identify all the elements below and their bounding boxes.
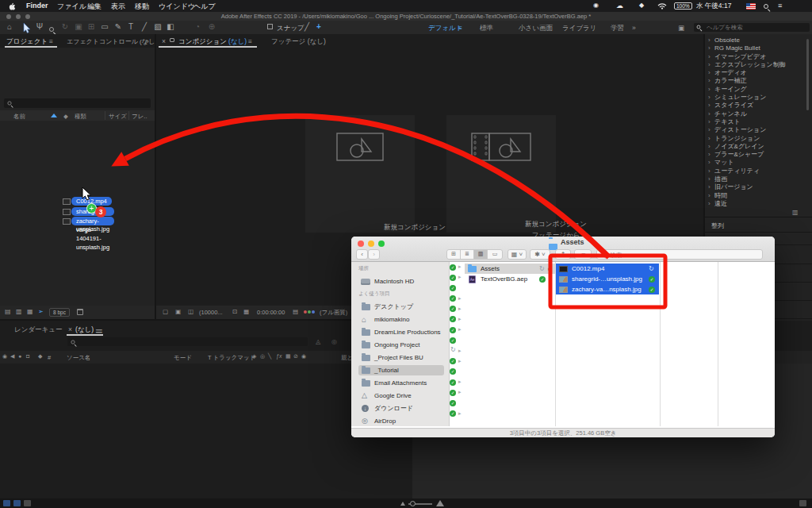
list-view-icon[interactable]: ≣ — [461, 250, 474, 259]
workspace-tab-standard[interactable]: 標準 — [480, 24, 493, 33]
forward-button[interactable]: › — [368, 249, 380, 260]
switch-quality-icon[interactable]: ╲ — [268, 353, 271, 360]
switch-3d-icon[interactable]: ⊘ — [293, 353, 298, 360]
zoom-window-button[interactable] — [378, 241, 385, 247]
sidebar-item-home[interactable]: ⌂mikiomakino — [358, 314, 444, 325]
effects-category[interactable]: 遠近 — [705, 200, 812, 208]
menu-item-finder[interactable]: Finder — [26, 2, 48, 10]
lock-icon[interactable]: ◘ — [26, 353, 29, 359]
effects-category[interactable]: 時間 — [705, 192, 812, 200]
solo-icon[interactable]: ● — [18, 353, 21, 359]
finder-item-assets-folder[interactable]: Assets ↻ ▸ — [465, 264, 555, 274]
zoom-in-mountain-icon[interactable] — [436, 500, 444, 506]
share-button[interactable]: ↥ — [555, 249, 571, 260]
new-composition-icon[interactable]: ▦ — [27, 308, 33, 315]
sidebar-item-google-drive[interactable]: △Google Drive — [358, 391, 444, 401]
effects-category[interactable]: イマーシブビデオ — [705, 53, 812, 61]
selection-tool-icon[interactable] — [21, 23, 32, 35]
timeline-options-icon[interactable] — [799, 500, 806, 506]
icon-view-icon[interactable]: ⊞ — [447, 250, 461, 259]
column-divider[interactable] — [718, 262, 718, 426]
rotate-tool-icon[interactable]: ↻ — [59, 22, 71, 31]
switch-motion-blur-icon[interactable]: ◈ — [252, 353, 256, 360]
channel-red-icon[interactable] — [304, 310, 307, 314]
timeline-zoom-slider-knob[interactable] — [410, 501, 416, 506]
close-tab-icon[interactable]: × — [162, 37, 166, 45]
workspace-tab-small-screen[interactable]: 小さい画面 — [519, 24, 553, 33]
region-of-interest-icon[interactable]: ◫ — [188, 308, 193, 315]
type-tool-icon[interactable]: T — [125, 22, 136, 31]
column-type[interactable]: 種類 — [75, 113, 86, 121]
workspace-tab-libraries[interactable]: ライブラリ — [562, 24, 597, 33]
workspace-tab-default[interactable]: デフォルト — [428, 24, 463, 33]
show-snapshot-icon[interactable]: ▣ — [175, 308, 181, 315]
pan-behind-tool-icon[interactable]: ⊞ — [86, 22, 97, 31]
new-composition-from-footage-button[interactable]: 新規コンポジション フッテージから — [446, 115, 556, 233]
channel-green-icon[interactable] — [308, 310, 311, 314]
workspace-tab-learn[interactable]: 学習 — [611, 24, 624, 33]
notification-center-icon[interactable]: ≡ — [778, 2, 782, 10]
snapshot-camera-icon[interactable]: ▤ — [293, 308, 298, 315]
sidebar-item-project-files-bu[interactable]: _Project Files BU — [358, 352, 444, 363]
switch-adjustment-icon[interactable]: ▦ — [285, 353, 291, 360]
screen-record-icon[interactable]: ◉ — [593, 2, 599, 9]
brush-tool-icon[interactable]: ╱ — [139, 22, 150, 31]
finder-item-aep-file[interactable]: Ae TextOverBG.aep ✓ — [465, 274, 555, 284]
gallery-view-icon[interactable]: ▭ — [488, 250, 502, 259]
workspace-overflow-chevron[interactable]: » — [632, 24, 636, 32]
column-frame[interactable]: フレ.. — [132, 113, 147, 121]
current-time-display[interactable]: 0:00:00:00 — [257, 309, 285, 316]
spotlight-icon[interactable] — [764, 2, 768, 10]
action-menu-button[interactable]: ✱ ˅ — [530, 249, 550, 260]
effects-category[interactable]: ユーティリティ — [705, 167, 812, 175]
menu-item-file[interactable]: ファイル — [57, 2, 86, 12]
new-folder-icon[interactable]: ▥ — [16, 308, 22, 315]
column-view-icon[interactable]: ▥ — [474, 250, 488, 259]
pen-tool-icon[interactable]: ✎ — [113, 22, 124, 31]
switch-effects-icon[interactable]: ƒx — [276, 353, 282, 359]
effects-category[interactable]: 描画 — [705, 175, 812, 183]
snap-checkbox[interactable] — [267, 24, 273, 29]
switch-frame-blend-icon[interactable]: ◎ — [260, 353, 265, 360]
finder-item-sharegrid-jpg[interactable]: sharegrid-…unsplash.jpg ✓ — [556, 274, 659, 284]
effects-category[interactable]: トランジション — [705, 135, 812, 143]
clone-stamp-tool-icon[interactable]: ▧ — [152, 22, 163, 31]
tag-icon[interactable]: ◆ — [63, 113, 68, 120]
workspace-menu-icon[interactable]: ≡ — [458, 24, 462, 32]
puppet-pin-tool-icon[interactable]: ⊕ — [206, 22, 217, 31]
column-layer-number[interactable]: # — [48, 354, 51, 361]
effects-category[interactable]: スタイライズ — [705, 102, 812, 110]
apple-menu-icon[interactable] — [9, 2, 16, 12]
column-size[interactable]: サイズ — [109, 113, 127, 121]
column-source-name[interactable]: ソース名 — [67, 354, 90, 362]
tab-effect-controls[interactable]: エフェクトコントロール (なし — [67, 37, 155, 46]
effects-category[interactable]: チャンネル — [705, 110, 812, 118]
effects-category[interactable]: オーディオ — [705, 69, 812, 77]
sidebar-item-tutorial[interactable]: _Tutorial — [358, 365, 444, 375]
snap-grid-icon[interactable]: + — [313, 22, 324, 31]
video-visibility-icon[interactable]: ◉ — [2, 353, 7, 360]
zoom-out-mountain-icon[interactable] — [400, 502, 405, 506]
snap-edge-icon[interactable]: ╱ — [301, 22, 312, 31]
effects-category[interactable]: テキスト — [705, 118, 812, 126]
column-track-matte[interactable]: T トラックマット — [208, 354, 255, 362]
sidebar-item-ongoing-project[interactable]: Ongoing Project — [358, 340, 444, 350]
graph-editor-toggle-icon[interactable] — [24, 500, 31, 506]
frame-blending-toggle-icon[interactable] — [3, 500, 10, 506]
sidebar-item-desktop[interactable]: デスクトップ — [358, 302, 444, 312]
close-window-button[interactable] — [358, 241, 364, 247]
effects-category[interactable]: ディストーション — [705, 126, 812, 134]
bit-depth-button[interactable]: 8 bpc — [49, 308, 70, 317]
effects-category[interactable]: ブラー&シャープ — [705, 151, 812, 159]
composition-panel-menu-icon[interactable]: ≡ — [248, 37, 252, 45]
help-search-input[interactable] — [705, 23, 804, 32]
shape-tool-icon[interactable]: ▭ — [99, 22, 110, 31]
sidebar-item-email-attachments[interactable]: Email Attachments — [358, 378, 444, 388]
sync-project-icon[interactable]: ➢ — [38, 308, 44, 315]
resolution-dropdown[interactable]: (フル画質) — [320, 309, 347, 317]
effects-category[interactable]: キーイング — [705, 86, 812, 94]
column-divider[interactable] — [660, 262, 661, 426]
effects-scrollbar[interactable] — [806, 39, 809, 110]
new-preset-folder-icon[interactable]: ▥ — [792, 209, 799, 216]
effects-category[interactable]: RG Magic Bullet — [705, 44, 812, 52]
